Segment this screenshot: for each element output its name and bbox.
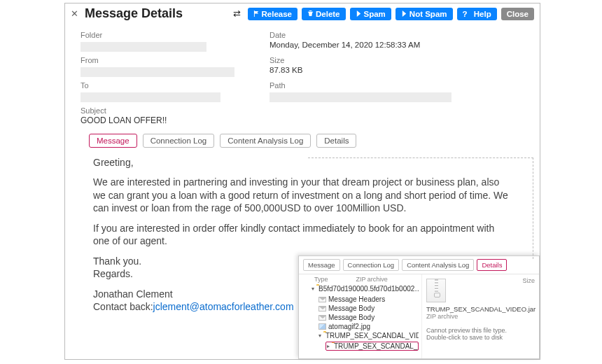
delete-button[interactable]: Delete [302,8,346,20]
body-para-2: If you are interested in order offer kin… [93,222,512,248]
label-folder: Folder [80,31,262,39]
inset-tab-content-analysis-log[interactable]: Content Analysis Log [402,259,474,271]
label-from: From [80,56,262,64]
preview-size-header: Size [522,277,535,284]
label-path: Path [270,81,465,90]
release-button[interactable]: Release [248,8,298,20]
caret-right-icon: ▸ [327,343,330,349]
caret-down-icon: ▾ [318,332,321,339]
label-size: Size [270,56,465,64]
question-icon: ? [463,10,468,18]
field-folder: Folder [80,31,262,52]
field-path: Path [270,81,465,102]
spam-button[interactable]: Spam [350,8,391,20]
flag-icon [253,10,260,17]
value-to-redacted [80,92,220,102]
inset-tabs: Message Connection Log Content Analysis … [299,256,539,274]
inset-tab-connection-log[interactable]: Connection Log [343,259,400,271]
tree-item-message-body-1[interactable]: Message Body [318,304,419,313]
field-from: From [80,56,262,77]
contact-email-link[interactable]: jclement@atomacforleather.com [153,301,294,312]
resize-horizontal-icon[interactable]: ⇄ [233,8,241,19]
help-button[interactable]: ? Help [457,8,497,20]
mail-icon [318,315,326,321]
label-to: To [80,81,262,90]
tree-item-zip-folder[interactable]: ▾TRUMP_SEX_SCANDAL_VIDE… [318,331,419,340]
attachment-preview: Size TRUMP_SEX_SCANDAL_VIDEO.jar ZIP arc… [422,274,539,358]
main-tabs: Message Connection Log Content Analysis … [65,130,540,152]
label-subject: Subject [80,106,540,115]
mail-icon [318,306,326,312]
zip-archive-icon [426,279,446,302]
preview-msg-2: Double-click to save to disk [426,334,535,341]
message-details-window: ✕ Message Details ⇄ Release Delete Spam … [64,3,540,360]
not-spam-button[interactable]: Not Spam [396,8,453,20]
tree-root[interactable]: ▾B5fd70d190000.5fd70d1b0002… [312,284,419,293]
caret-right-icon [356,10,362,17]
image-icon [318,323,326,330]
body-greeting: Greeting, [93,156,512,169]
tab-connection-log[interactable]: Connection Log [143,134,215,148]
titlebar: ✕ Message Details ⇄ Release Delete Spam … [65,4,540,27]
preview-msg-1: Cannot preview this file type. [426,327,535,334]
value-size: 87.83 KB [270,66,465,74]
tree-col-archive: ZIP archive [356,276,388,283]
tree-col-type: Type [314,276,328,283]
mail-icon [318,297,326,302]
window-title: Message Details [85,6,183,21]
close-button[interactable]: Close [501,8,534,20]
preview-filetype: ZIP archive [426,313,503,320]
tab-message[interactable]: Message [89,134,137,148]
tree-item-message-body-2[interactable]: Message Body [318,313,419,322]
field-to: To [80,81,262,102]
preview-filename: TRUMP_SEX_SCANDAL_VIDEO.jar [426,305,503,313]
caret-right-icon [401,10,407,17]
tab-content-analysis-log[interactable]: Content Analysis Log [220,134,311,148]
value-subject: GOOD LOAN OFFER!! [80,115,540,125]
message-meta: Folder Date Monday, December 14, 2020 12… [65,27,540,105]
tree-item-selected[interactable]: ▸TRUMP_SEX_SCANDAL_VI… [326,342,419,351]
tree-item-message-headers[interactable]: Message Headers [318,295,419,304]
value-date: Monday, December 14, 2020 12:58:33 AM [270,41,465,49]
field-size: Size 87.83 KB [270,56,465,77]
label-date: Date [270,31,465,39]
inset-tab-details[interactable]: Details [477,259,507,271]
trash-icon [307,10,314,17]
attachment-tree: Type ZIP archive ▾B5fd70d190000.5fd70d1b… [299,274,422,358]
caret-down-icon: ▾ [312,286,314,292]
tab-details[interactable]: Details [316,134,356,148]
field-subject: Subject GOOD LOAN OFFER!! [65,105,540,130]
close-icon[interactable]: ✕ [68,8,80,19]
details-inset-panel: Message Connection Log Content Analysis … [298,255,540,359]
value-path-redacted [270,92,451,102]
body-para-1: We are interested in partnering and inve… [93,176,512,214]
value-from-redacted [80,67,234,77]
value-folder-redacted [80,42,206,52]
field-date: Date Monday, December 14, 2020 12:58:33 … [270,31,465,52]
inset-tab-message[interactable]: Message [303,259,340,271]
tree-item-image[interactable]: atomagif2.jpg [318,322,419,331]
